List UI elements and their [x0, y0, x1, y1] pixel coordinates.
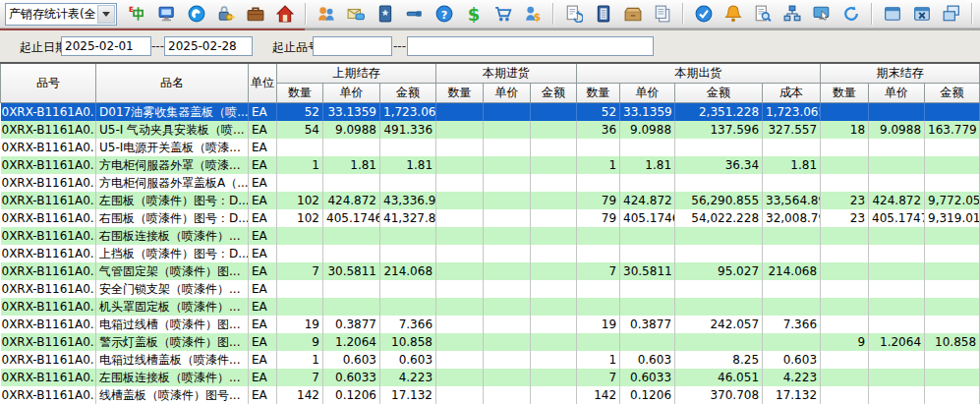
- end-qty-cell[interactable]: 23: [821, 192, 869, 209]
- prev-price-cell[interactable]: [323, 139, 380, 156]
- table-row[interactable]: 0XRX-B1161A0...气管固定架（喷漆件）图...EA730.58112…: [1, 262, 980, 280]
- in-price-cell[interactable]: [484, 227, 531, 245]
- phone-icon[interactable]: [187, 4, 206, 24]
- table-row[interactable]: 0XRX-B1161A0...D017油雾收集器盖板（喷...EA5233.13…: [1, 103, 980, 122]
- end-amount-cell[interactable]: [925, 174, 980, 192]
- out-amount-cell[interactable]: [675, 174, 763, 192]
- in-price-cell[interactable]: [484, 369, 531, 386]
- end-qty-cell[interactable]: [821, 386, 869, 404]
- out-amount-cell[interactable]: 370.708: [675, 386, 763, 404]
- end-qty-cell[interactable]: [821, 139, 869, 156]
- refresh-icon[interactable]: [841, 4, 861, 24]
- out-cost-cell[interactable]: 327.557: [763, 121, 821, 139]
- item-no-cell[interactable]: 0XRX-B1161A0...: [1, 192, 96, 209]
- out-price-cell[interactable]: 405.1746: [620, 209, 675, 227]
- home-icon[interactable]: [275, 4, 295, 24]
- out-cost-cell[interactable]: [763, 333, 821, 351]
- bell-icon[interactable]: [723, 4, 743, 24]
- end-amount-cell[interactable]: [925, 298, 980, 316]
- out-amount-cell[interactable]: 56,290.855: [675, 192, 763, 209]
- monitor-icon[interactable]: [157, 4, 177, 24]
- table-row[interactable]: 0XRX-B1161A0...警示灯盖板（喷漆件）图...EA91.206410…: [1, 333, 980, 351]
- in-amount-cell[interactable]: [531, 298, 577, 316]
- group-header-period-out[interactable]: 本期出货: [577, 63, 821, 84]
- in-price-cell[interactable]: [484, 209, 531, 227]
- in-qty-cell[interactable]: [436, 262, 484, 280]
- item-no-cell[interactable]: 0XRX-B1161A0...: [1, 316, 96, 333]
- in-amount-cell[interactable]: [531, 316, 577, 333]
- col-header-prev-qty[interactable]: 数量: [277, 84, 323, 103]
- end-amount-cell[interactable]: [925, 245, 980, 262]
- out-price-cell[interactable]: 0.6033: [620, 369, 675, 386]
- item-name-cell[interactable]: 右围板（喷漆件）图号：D...: [96, 209, 249, 227]
- end-qty-cell[interactable]: 18: [821, 121, 869, 139]
- in-qty-cell[interactable]: [436, 386, 484, 404]
- prev-amount-cell[interactable]: 4.223: [380, 369, 436, 386]
- end-amount-cell[interactable]: 10.858: [925, 333, 980, 351]
- prev-qty-cell[interactable]: 102: [277, 209, 323, 227]
- close-window-icon[interactable]: [912, 4, 932, 24]
- item-no-cell[interactable]: 0XRX-B1161A0...: [1, 298, 96, 316]
- in-price-cell[interactable]: [484, 351, 531, 369]
- translate-icon[interactable]: E: [128, 4, 147, 24]
- item-to-input[interactable]: [407, 36, 654, 56]
- end-amount-cell[interactable]: [925, 280, 980, 298]
- prev-price-cell[interactable]: [323, 174, 380, 192]
- date-from-input[interactable]: [61, 36, 151, 56]
- prev-amount-cell[interactable]: 41,327.814: [380, 209, 436, 227]
- prev-qty-cell[interactable]: 52: [277, 103, 323, 122]
- out-cost-cell[interactable]: [763, 174, 821, 192]
- dollar-icon[interactable]: $: [464, 4, 484, 24]
- end-price-cell[interactable]: [869, 262, 925, 280]
- in-qty-cell[interactable]: [436, 298, 484, 316]
- item-name-cell[interactable]: U5-I电源开关盖板（喷漆...: [96, 139, 249, 156]
- end-amount-cell[interactable]: [925, 316, 980, 333]
- item-name-cell[interactable]: 警示灯盖板（喷漆件）图...: [96, 333, 249, 351]
- end-qty-cell[interactable]: [821, 316, 869, 333]
- prev-price-cell[interactable]: 424.872: [323, 192, 380, 209]
- unit-cell[interactable]: EA: [249, 369, 277, 386]
- prev-qty-cell[interactable]: [277, 174, 323, 192]
- unit-cell[interactable]: EA: [249, 351, 277, 369]
- unit-cell[interactable]: EA: [249, 121, 277, 139]
- prev-price-cell[interactable]: [323, 298, 380, 316]
- end-amount-cell[interactable]: [925, 103, 980, 122]
- in-price-cell[interactable]: [484, 262, 531, 280]
- out-amount-cell[interactable]: 137.596: [675, 121, 763, 139]
- end-price-cell[interactable]: 405.1747: [869, 209, 925, 227]
- unit-cell[interactable]: EA: [249, 156, 277, 174]
- col-header-in-price[interactable]: 单价: [484, 84, 531, 103]
- end-qty-cell[interactable]: [821, 351, 869, 369]
- item-name-cell[interactable]: U5-I 气动夹具安装板（喷...: [96, 121, 249, 139]
- prev-price-cell[interactable]: 9.0988: [323, 121, 380, 139]
- unit-cell[interactable]: EA: [249, 209, 277, 227]
- out-qty-cell[interactable]: 79: [577, 192, 620, 209]
- in-amount-cell[interactable]: [531, 174, 577, 192]
- table-row[interactable]: 0XRX-B1161A0...方电柜伺服器外罩盖板A（...EA: [1, 174, 980, 192]
- prev-amount-cell[interactable]: 0.603: [380, 351, 436, 369]
- out-price-cell[interactable]: 0.603: [620, 351, 675, 369]
- item-name-cell[interactable]: 左围板连接板（喷漆件）...: [96, 369, 249, 386]
- out-qty-cell[interactable]: [577, 280, 620, 298]
- out-cost-cell[interactable]: 1,723.065: [763, 103, 821, 122]
- out-cost-cell[interactable]: 33,564.89: [763, 192, 821, 209]
- in-price-cell[interactable]: [484, 156, 531, 174]
- out-price-cell[interactable]: 0.1206: [620, 386, 675, 404]
- out-qty-cell[interactable]: 19: [577, 316, 620, 333]
- item-no-cell[interactable]: 0XRX-B1161A0...: [1, 369, 96, 386]
- item-name-cell[interactable]: 电箱过线槽盖板（喷漆件...: [96, 351, 249, 369]
- end-qty-cell[interactable]: [821, 227, 869, 245]
- prev-price-cell[interactable]: 0.1206: [323, 386, 380, 404]
- in-amount-cell[interactable]: [531, 351, 577, 369]
- item-no-cell[interactable]: 0XRX-B1161A0...: [1, 280, 96, 298]
- end-price-cell[interactable]: [869, 174, 925, 192]
- col-header-end-amount[interactable]: 金额: [925, 84, 980, 103]
- end-amount-cell[interactable]: [925, 156, 980, 174]
- end-qty-cell[interactable]: [821, 262, 869, 280]
- prev-qty-cell[interactable]: 102: [277, 192, 323, 209]
- out-amount-cell[interactable]: [675, 280, 763, 298]
- out-amount-cell[interactable]: 2,351.228: [675, 103, 763, 122]
- end-price-cell[interactable]: [869, 156, 925, 174]
- out-qty-cell[interactable]: [577, 227, 620, 245]
- table-row[interactable]: 0XRX-B1161A0...线槽盖板（喷漆件）图号...EA1420.1206…: [1, 386, 980, 404]
